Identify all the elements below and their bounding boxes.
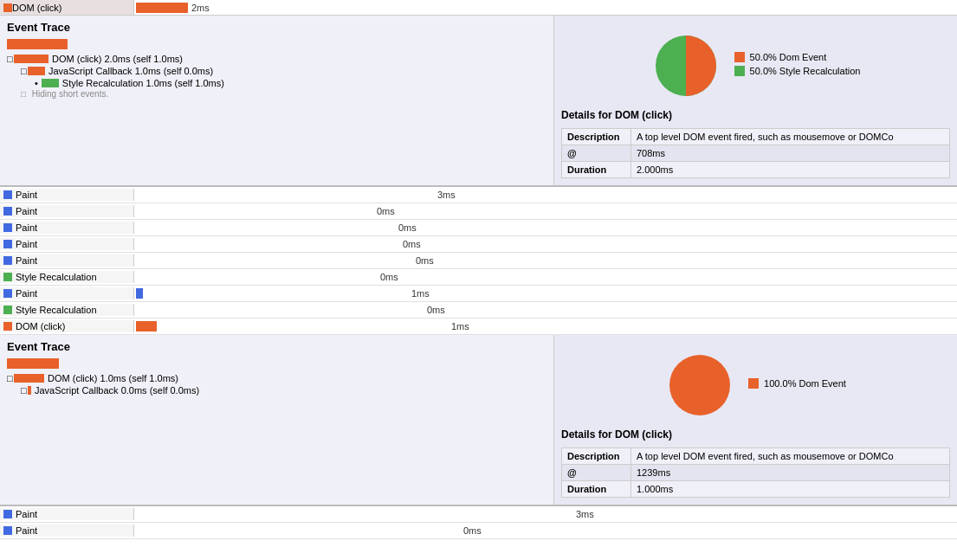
middle-color-5: [3, 273, 12, 281]
dom-click-text: DOM (click): [12, 3, 61, 13]
middle-row-2: Paint 0ms: [0, 220, 957, 236]
et2-dur-row: Duration 1.000ms: [562, 481, 950, 498]
et1-pie-container: 50.0% Dom Event 50.0% Style Recalculatio…: [561, 31, 950, 100]
et2-bar-row: [0, 357, 553, 372]
dom-click-time: 2ms: [191, 3, 210, 13]
et2-expand-icon[interactable]: □: [7, 373, 14, 383]
et1-desc-value: A top level DOM event fired, such as mou…: [631, 129, 950, 145]
et1-details-table: Description A top level DOM event fired,…: [561, 128, 950, 178]
event-trace-right-1: 50.0% Dom Event 50.0% Style Recalculatio…: [554, 16, 957, 185]
bottom-row-0: Paint 3ms: [0, 506, 957, 523]
et1-js-label: JavaScript Callback 1.0ms (self 0.0ms): [48, 66, 213, 76]
middle-rows: Paint 3ms Paint 0ms Paint 0ms Paint 0ms: [0, 187, 957, 335]
event-trace-title-2: Event Trace: [0, 335, 553, 357]
event-trace-right-2: 100.0% Dom Event Details for DOM (click)…: [554, 335, 957, 505]
et1-expand-icon[interactable]: □: [7, 54, 14, 64]
svg-point-1: [669, 355, 730, 415]
et2-dom-bar: [14, 374, 44, 383]
middle-bar-7: 0ms: [134, 302, 957, 318]
et1-dom-click-row: □ DOM (click) 2.0ms (self 1.0ms): [0, 53, 553, 65]
middle-color-1: [3, 207, 12, 216]
middle-time-3: 0ms: [403, 239, 421, 249]
bottom-text-0: Paint: [16, 509, 37, 519]
middle-row-4: Paint 0ms: [0, 253, 957, 269]
middle-bar-1: 0ms: [134, 203, 957, 219]
middle-time-2: 0ms: [398, 222, 417, 233]
bottom-time-0: 3ms: [576, 509, 594, 519]
event-trace-title-1: Event Trace: [0, 16, 553, 37]
middle-time-4: 0ms: [416, 255, 434, 266]
middle-label-8: DOM (click): [0, 320, 134, 332]
et1-js-expand-icon[interactable]: □: [21, 66, 28, 76]
et2-at-value: 1239ms: [631, 465, 950, 481]
middle-row-0: Paint 3ms: [0, 187, 957, 203]
et1-legend-style: 50.0% Style Recalculation: [734, 66, 861, 76]
middle-label-6: Paint: [0, 287, 134, 299]
et1-pie-chart: [651, 31, 721, 100]
middle-time-6: 1ms: [411, 288, 430, 299]
et2-dur-value: 1.000ms: [631, 481, 950, 498]
et1-style-bar: [42, 79, 59, 87]
middle-bar-8: 1ms: [134, 319, 957, 334]
dom-click-top-row: DOM (click) 2ms: [0, 0, 957, 16]
et2-legend-dom: 100.0% Dom Event: [748, 378, 846, 389]
bottom-color-0: [3, 510, 12, 518]
et1-style-label: Style Recalculation 1.0ms (self 1.0ms): [62, 78, 224, 88]
middle-label-7: Style Recalculation: [0, 304, 134, 316]
et2-desc-row: Description A top level DOM event fired,…: [562, 448, 950, 465]
et1-legend-style-label: 50.0% Style Recalculation: [750, 66, 861, 76]
middle-text-3: Paint: [16, 239, 37, 249]
et1-at-key: @: [562, 145, 631, 162]
dom-click-bar-area: 2ms: [134, 0, 957, 15]
et1-at-row: @ 708ms: [562, 145, 950, 162]
middle-bar-4: 0ms: [134, 253, 957, 268]
et1-legend: 50.0% Dom Event 50.0% Style Recalculatio…: [734, 52, 861, 80]
et1-desc-row: Description A top level DOM event fired,…: [562, 129, 950, 145]
middle-color-8: [3, 322, 12, 331]
middle-bar-6: 1ms: [134, 286, 957, 301]
et1-bar-row: [0, 37, 553, 53]
et1-dur-key: Duration: [562, 162, 631, 178]
bottom-bar-0: 3ms: [134, 506, 957, 522]
et2-at-row: @ 1239ms: [562, 465, 950, 481]
et2-pie-container: 100.0% Dom Event: [561, 351, 950, 420]
et2-legend: 100.0% Dom Event: [748, 378, 846, 392]
bottom-bar-1: 0ms: [134, 523, 957, 538]
middle-bar-2: 0ms: [134, 220, 957, 235]
et2-dom-label: DOM (click) 1.0ms (self 1.0ms): [48, 373, 178, 383]
middle-text-8: DOM (click): [16, 321, 65, 331]
middle-color-2: [3, 223, 12, 232]
et1-js-bar: [28, 67, 45, 75]
et1-style-recalc-row: • Style Recalculation 1.0ms (self 1.0ms): [0, 77, 553, 89]
middle-text-5: Style Recalculation: [16, 272, 97, 282]
et2-js-expand-icon[interactable]: □: [21, 385, 28, 396]
et1-desc-key: Description: [562, 129, 631, 145]
et2-details-title: Details for DOM (click): [561, 428, 950, 441]
et2-orange-bar: [7, 358, 59, 369]
event-trace-left-1: Event Trace □ DOM (click) 2.0ms (self 1.…: [0, 16, 554, 185]
et1-style-bullet: •: [35, 78, 38, 88]
bottom-text-1: Paint: [16, 525, 37, 536]
middle-row-5: Style Recalculation 0ms: [0, 269, 957, 286]
et1-legend-style-color: [734, 66, 745, 76]
middle-row-1: Paint 0ms: [0, 203, 957, 220]
et1-legend-dom-label: 50.0% Dom Event: [750, 52, 827, 62]
middle-label-3: Paint: [0, 238, 134, 250]
et2-details-table: Description A top level DOM event fired,…: [561, 447, 950, 498]
bottom-row-1: Paint 0ms: [0, 523, 957, 539]
et1-legend-dom-color: [734, 52, 745, 62]
et1-legend-dom: 50.0% Dom Event: [734, 52, 861, 62]
et2-legend-dom-color: [748, 378, 759, 389]
et2-at-key: @: [562, 465, 631, 481]
et2-js-callback-row: □ JavaScript Callback 0.0ms (self 0.0ms): [0, 384, 553, 396]
middle-text-6: Paint: [16, 288, 37, 299]
middle-text-0: Paint: [16, 190, 37, 200]
middle-label-0: Paint: [0, 189, 134, 201]
et2-js-bar: [28, 386, 31, 395]
et1-dom-bar: [14, 55, 48, 63]
middle-time-0: 3ms: [437, 190, 456, 200]
et2-legend-dom-label: 100.0% Dom Event: [764, 378, 846, 389]
middle-row-7: Style Recalculation 0ms: [0, 302, 957, 319]
middle-color-3: [3, 240, 12, 248]
et1-hiding-text: □ Hiding short events.: [0, 89, 553, 99]
